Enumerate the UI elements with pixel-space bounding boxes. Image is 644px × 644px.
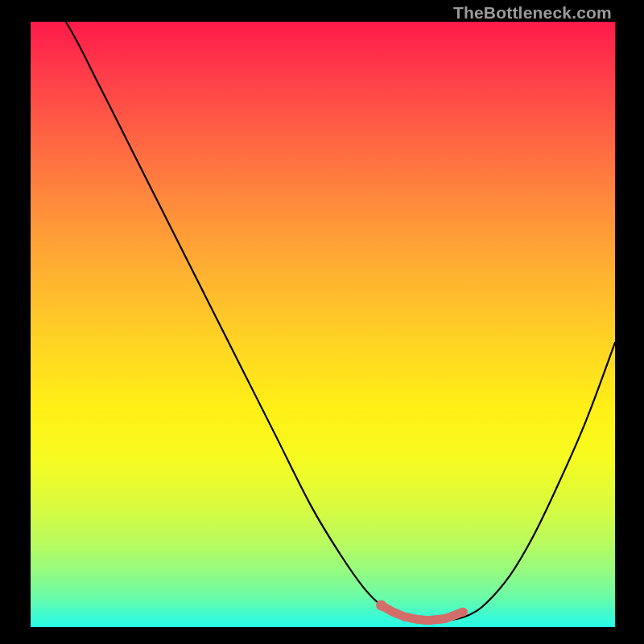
gradient-background	[31, 22, 615, 627]
plot-area	[31, 22, 615, 627]
chart-frame: TheBottleneck.com	[0, 0, 644, 644]
watermark-text: TheBottleneck.com	[453, 3, 612, 23]
